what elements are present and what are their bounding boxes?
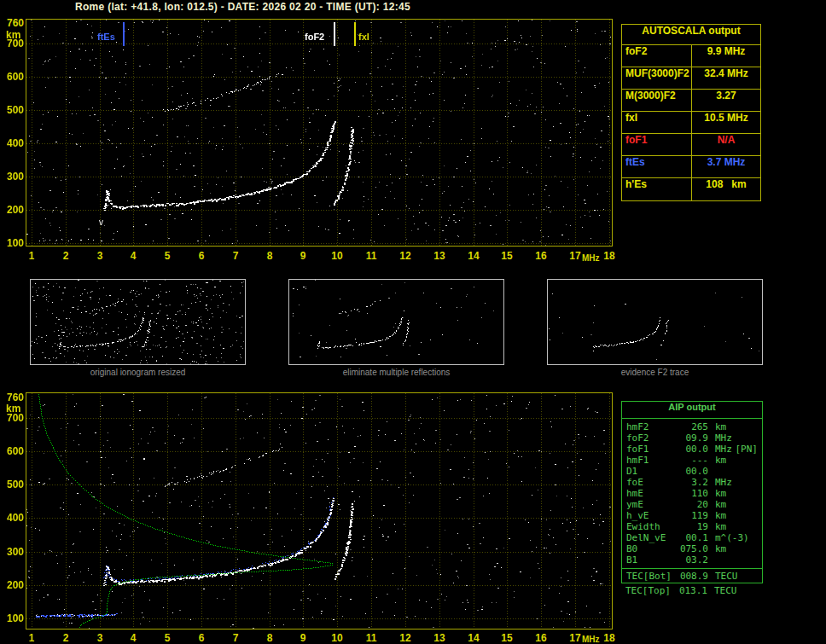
table-row: h'Es 108 km [622, 178, 760, 200]
y-axis-tick: 200 [2, 204, 24, 216]
x-axis-tick: 1 [22, 250, 41, 262]
x-axis-tick: 7 [226, 250, 245, 262]
param-value: 03.2 [678, 554, 708, 566]
param-value: 09.9 [678, 432, 708, 444]
y-axis-tick: 200 [2, 579, 24, 591]
param-value: 10.5 MHz [692, 112, 760, 133]
param-label: TEC[Bot] [626, 571, 678, 581]
y-axis-tick: 400 [2, 137, 24, 149]
x-axis-tick: 14 [464, 250, 483, 262]
param-value: 075.0 [678, 543, 708, 554]
param-value: 19 [678, 521, 708, 532]
param-label: hmF1 [626, 455, 678, 466]
y-axis-tick: 400 [2, 512, 24, 524]
x-axis-tick: 3 [90, 632, 109, 644]
param-value: 3.2 [678, 477, 708, 488]
x-axis-tick: 6 [192, 250, 211, 262]
param-value: 20 [678, 499, 708, 510]
param-unit: m^(-3) [715, 532, 749, 543]
table-row: foF1 N/A [622, 134, 760, 156]
param-label: M(3000)F2 [622, 90, 692, 111]
table-row: foF2 09.9 MHz [622, 432, 762, 444]
table-row: B1 03.2 [622, 554, 762, 566]
y-axis-unit-bottom: km [6, 403, 20, 415]
param-label: foF1 [622, 134, 692, 155]
table-row: hmE 110 km [622, 488, 762, 499]
x-axis-tick: 3 [90, 250, 109, 262]
x-axis-tick: 13 [430, 250, 449, 262]
param-unit: km [715, 455, 726, 466]
param-extra: [PN] [736, 444, 759, 455]
y-axis-tick: 300 [2, 171, 24, 183]
x-axis-tick: 10 [328, 632, 346, 644]
fof2-marker-line [334, 22, 335, 46]
param-label: hmF2 [626, 421, 678, 432]
x-axis-tick: 14 [464, 632, 483, 644]
param-label: DelN_vE [626, 532, 678, 543]
x-axis-tick: 16 [532, 250, 550, 262]
param-value: 265 [678, 421, 708, 432]
y-axis-tick: 760 [2, 17, 24, 29]
param-label: ftEs [622, 156, 692, 177]
param-label: h'Es [622, 178, 692, 200]
y-axis-tick: 600 [2, 445, 24, 457]
x-axis-tick: 5 [158, 632, 177, 644]
x-axis-tick: 9 [294, 632, 312, 644]
y-axis-tick: 500 [2, 479, 24, 490]
param-unit: MHz [715, 477, 732, 488]
param-label: h_vE [626, 510, 678, 521]
x-axis-unit-bottom: MHz [582, 635, 600, 644]
param-label: Ewidth [626, 521, 678, 532]
v-marker: v [99, 218, 103, 227]
x-axis-tick: 9 [294, 250, 312, 262]
fxi-label: fxI [358, 32, 369, 42]
param-label: foF2 [626, 432, 678, 444]
autoscala-screen: Rome (lat: +41.8, lon: 012.5) - DATE: 20… [0, 0, 826, 644]
param-label: foF2 [622, 45, 692, 67]
param-label: B0 [626, 543, 678, 554]
x-axis-tick: 12 [396, 250, 415, 262]
param-value: 00.1 [678, 532, 708, 543]
table-row: hmF1 --- km [622, 455, 762, 466]
autoscala-output-table: AUTOSCALA output foF2 9.9 MHz MUF(3000)F… [621, 24, 761, 201]
page-title: Rome (lat: +41.8, lon: 012.5) - DATE: 20… [75, 1, 410, 13]
x-axis-tick: 18 [600, 250, 619, 262]
param-value: 3.27 [692, 90, 760, 111]
x-axis-tick: 15 [497, 250, 516, 262]
x-axis-tick: 16 [532, 632, 550, 644]
param-unit: km [715, 543, 726, 554]
ftes-label: ftEs [97, 32, 115, 42]
param-value: 108 km [692, 178, 760, 200]
param-value: 110 [678, 488, 708, 499]
param-label: foE [626, 477, 678, 488]
y-axis-tick: 600 [2, 71, 24, 83]
table-row: fxI 10.5 MHz [622, 112, 760, 134]
param-unit: km [715, 499, 726, 510]
table-row: ymE 20 km [622, 499, 762, 510]
x-axis-tick: 8 [260, 250, 279, 262]
param-unit: km [715, 421, 726, 432]
param-unit: km [715, 488, 726, 499]
x-axis-tick: 8 [260, 632, 279, 644]
param-value: 00.0 [678, 444, 708, 455]
fxi-marker-line [354, 22, 356, 46]
thumbnail-original-ionogram [30, 279, 246, 365]
table-row: hmF2 265 km [622, 421, 762, 432]
x-axis-tick: 13 [430, 632, 449, 644]
x-axis-tick: 5 [158, 250, 177, 262]
x-axis-tick: 4 [124, 632, 143, 644]
param-unit: TECU [714, 585, 737, 596]
param-value: 3.7 MHz [692, 156, 760, 177]
param-label: ymE [626, 499, 678, 510]
param-unit: MHz [715, 432, 732, 444]
table-row: Ewidth 19 km [622, 521, 762, 532]
x-axis-tick: 7 [226, 632, 245, 644]
x-axis-tick: 2 [56, 632, 75, 644]
table-row: foE 3.2 MHz [622, 477, 762, 488]
x-axis-tick: 18 [600, 632, 619, 644]
thumbnail-caption-original: original ionogram resized [30, 368, 246, 377]
tec-bottom-row: TEC[Bot] 008.9 TECU [622, 568, 762, 581]
param-value: 013.1 [677, 585, 707, 596]
thumbnail-caption-f2trace: evidence F2 trace [547, 368, 763, 377]
param-unit: TECU [715, 571, 738, 581]
